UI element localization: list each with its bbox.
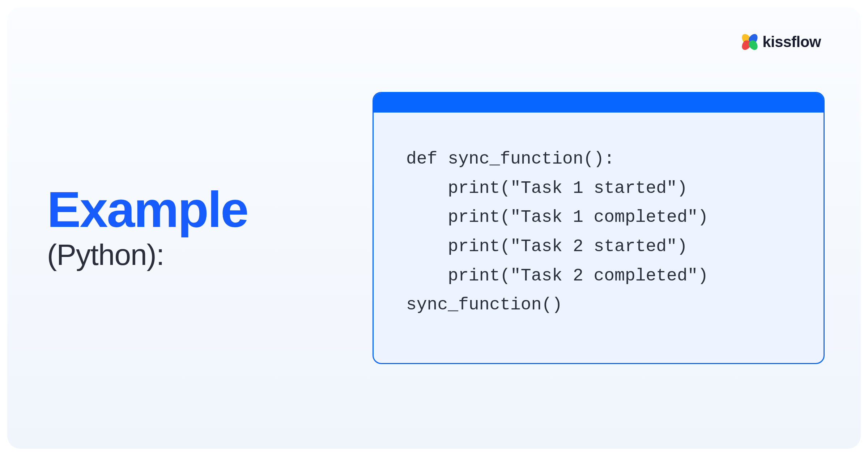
code-block: def sync_function(): print("Task 1 start…	[374, 113, 824, 363]
kissflow-icon	[741, 34, 758, 50]
brand-name: kissflow	[762, 33, 821, 51]
brand-logo: kissflow	[741, 33, 821, 51]
heading-block: Example (Python):	[43, 184, 248, 272]
code-window: def sync_function(): print("Task 1 start…	[373, 92, 825, 364]
code-window-titlebar	[374, 93, 824, 113]
slide-title: Example	[47, 184, 248, 235]
code-column: def sync_function(): print("Task 1 start…	[269, 92, 825, 364]
slide-subtitle: (Python):	[47, 238, 248, 272]
slide-card: kissflow Example (Python): def sync_func…	[7, 7, 861, 449]
content-row: Example (Python): def sync_function(): p…	[7, 7, 861, 449]
